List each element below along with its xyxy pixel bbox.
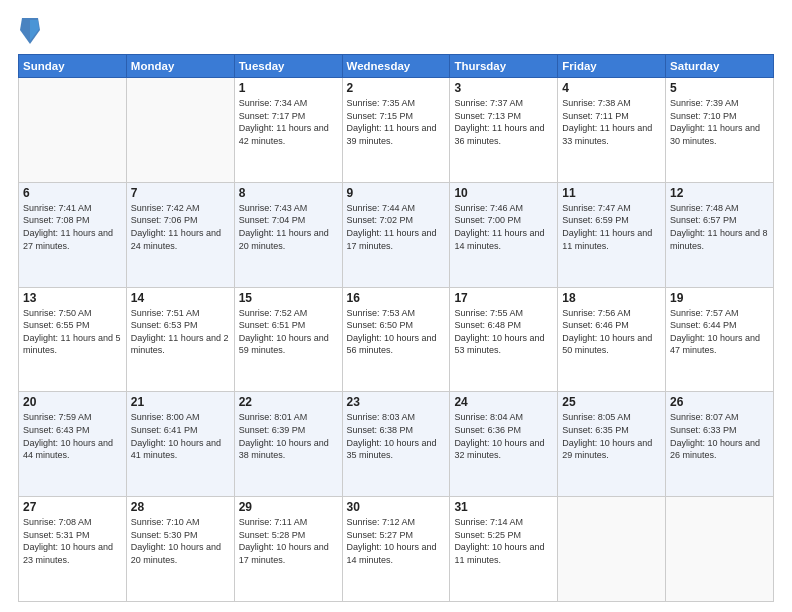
day-detail: Sunrise: 7:42 AM Sunset: 7:06 PM Dayligh… (131, 202, 230, 252)
day-detail: Sunrise: 7:53 AM Sunset: 6:50 PM Dayligh… (347, 307, 446, 357)
day-detail: Sunrise: 7:08 AM Sunset: 5:31 PM Dayligh… (23, 516, 122, 566)
calendar-cell: 28Sunrise: 7:10 AM Sunset: 5:30 PM Dayli… (126, 497, 234, 602)
day-detail: Sunrise: 7:37 AM Sunset: 7:13 PM Dayligh… (454, 97, 553, 147)
day-number: 4 (562, 81, 661, 95)
calendar-cell: 3Sunrise: 7:37 AM Sunset: 7:13 PM Daylig… (450, 78, 558, 183)
calendar-cell: 9Sunrise: 7:44 AM Sunset: 7:02 PM Daylig… (342, 182, 450, 287)
calendar-cell: 4Sunrise: 7:38 AM Sunset: 7:11 PM Daylig… (558, 78, 666, 183)
calendar-week-row: 1Sunrise: 7:34 AM Sunset: 7:17 PM Daylig… (19, 78, 774, 183)
day-detail: Sunrise: 7:50 AM Sunset: 6:55 PM Dayligh… (23, 307, 122, 357)
calendar-cell (666, 497, 774, 602)
day-detail: Sunrise: 8:01 AM Sunset: 6:39 PM Dayligh… (239, 411, 338, 461)
day-number: 3 (454, 81, 553, 95)
calendar-day-header: Monday (126, 55, 234, 78)
day-detail: Sunrise: 7:55 AM Sunset: 6:48 PM Dayligh… (454, 307, 553, 357)
day-detail: Sunrise: 8:00 AM Sunset: 6:41 PM Dayligh… (131, 411, 230, 461)
day-number: 12 (670, 186, 769, 200)
day-number: 23 (347, 395, 446, 409)
day-number: 19 (670, 291, 769, 305)
day-detail: Sunrise: 7:38 AM Sunset: 7:11 PM Dayligh… (562, 97, 661, 147)
day-detail: Sunrise: 7:47 AM Sunset: 6:59 PM Dayligh… (562, 202, 661, 252)
calendar-cell: 6Sunrise: 7:41 AM Sunset: 7:08 PM Daylig… (19, 182, 127, 287)
day-detail: Sunrise: 8:07 AM Sunset: 6:33 PM Dayligh… (670, 411, 769, 461)
calendar-cell: 7Sunrise: 7:42 AM Sunset: 7:06 PM Daylig… (126, 182, 234, 287)
calendar-cell: 8Sunrise: 7:43 AM Sunset: 7:04 PM Daylig… (234, 182, 342, 287)
calendar-cell (19, 78, 127, 183)
calendar-cell: 30Sunrise: 7:12 AM Sunset: 5:27 PM Dayli… (342, 497, 450, 602)
day-detail: Sunrise: 7:44 AM Sunset: 7:02 PM Dayligh… (347, 202, 446, 252)
day-number: 22 (239, 395, 338, 409)
day-detail: Sunrise: 7:43 AM Sunset: 7:04 PM Dayligh… (239, 202, 338, 252)
day-number: 21 (131, 395, 230, 409)
day-detail: Sunrise: 7:51 AM Sunset: 6:53 PM Dayligh… (131, 307, 230, 357)
logo-icon (18, 16, 42, 46)
day-detail: Sunrise: 7:34 AM Sunset: 7:17 PM Dayligh… (239, 97, 338, 147)
calendar-cell: 29Sunrise: 7:11 AM Sunset: 5:28 PM Dayli… (234, 497, 342, 602)
calendar-cell: 31Sunrise: 7:14 AM Sunset: 5:25 PM Dayli… (450, 497, 558, 602)
day-detail: Sunrise: 7:14 AM Sunset: 5:25 PM Dayligh… (454, 516, 553, 566)
day-number: 8 (239, 186, 338, 200)
calendar-cell: 19Sunrise: 7:57 AM Sunset: 6:44 PM Dayli… (666, 287, 774, 392)
calendar-day-header: Sunday (19, 55, 127, 78)
calendar-cell: 17Sunrise: 7:55 AM Sunset: 6:48 PM Dayli… (450, 287, 558, 392)
calendar-cell (558, 497, 666, 602)
calendar-cell: 11Sunrise: 7:47 AM Sunset: 6:59 PM Dayli… (558, 182, 666, 287)
day-detail: Sunrise: 7:46 AM Sunset: 7:00 PM Dayligh… (454, 202, 553, 252)
day-detail: Sunrise: 7:10 AM Sunset: 5:30 PM Dayligh… (131, 516, 230, 566)
day-detail: Sunrise: 7:41 AM Sunset: 7:08 PM Dayligh… (23, 202, 122, 252)
calendar-cell: 26Sunrise: 8:07 AM Sunset: 6:33 PM Dayli… (666, 392, 774, 497)
day-detail: Sunrise: 7:35 AM Sunset: 7:15 PM Dayligh… (347, 97, 446, 147)
calendar-week-row: 27Sunrise: 7:08 AM Sunset: 5:31 PM Dayli… (19, 497, 774, 602)
day-number: 9 (347, 186, 446, 200)
calendar-day-header: Wednesday (342, 55, 450, 78)
calendar-cell: 5Sunrise: 7:39 AM Sunset: 7:10 PM Daylig… (666, 78, 774, 183)
day-detail: Sunrise: 7:39 AM Sunset: 7:10 PM Dayligh… (670, 97, 769, 147)
day-number: 29 (239, 500, 338, 514)
day-number: 15 (239, 291, 338, 305)
calendar-day-header: Thursday (450, 55, 558, 78)
calendar-header-row: SundayMondayTuesdayWednesdayThursdayFrid… (19, 55, 774, 78)
day-detail: Sunrise: 8:03 AM Sunset: 6:38 PM Dayligh… (347, 411, 446, 461)
calendar-cell: 18Sunrise: 7:56 AM Sunset: 6:46 PM Dayli… (558, 287, 666, 392)
day-number: 25 (562, 395, 661, 409)
day-detail: Sunrise: 7:59 AM Sunset: 6:43 PM Dayligh… (23, 411, 122, 461)
day-detail: Sunrise: 8:05 AM Sunset: 6:35 PM Dayligh… (562, 411, 661, 461)
calendar-cell: 23Sunrise: 8:03 AM Sunset: 6:38 PM Dayli… (342, 392, 450, 497)
day-number: 20 (23, 395, 122, 409)
day-detail: Sunrise: 8:04 AM Sunset: 6:36 PM Dayligh… (454, 411, 553, 461)
calendar-cell: 24Sunrise: 8:04 AM Sunset: 6:36 PM Dayli… (450, 392, 558, 497)
day-detail: Sunrise: 7:48 AM Sunset: 6:57 PM Dayligh… (670, 202, 769, 252)
day-number: 13 (23, 291, 122, 305)
calendar-cell: 1Sunrise: 7:34 AM Sunset: 7:17 PM Daylig… (234, 78, 342, 183)
day-number: 11 (562, 186, 661, 200)
calendar-cell: 27Sunrise: 7:08 AM Sunset: 5:31 PM Dayli… (19, 497, 127, 602)
day-detail: Sunrise: 7:12 AM Sunset: 5:27 PM Dayligh… (347, 516, 446, 566)
day-number: 14 (131, 291, 230, 305)
day-number: 30 (347, 500, 446, 514)
day-number: 24 (454, 395, 553, 409)
day-number: 17 (454, 291, 553, 305)
day-number: 1 (239, 81, 338, 95)
calendar-cell: 12Sunrise: 7:48 AM Sunset: 6:57 PM Dayli… (666, 182, 774, 287)
calendar-cell: 14Sunrise: 7:51 AM Sunset: 6:53 PM Dayli… (126, 287, 234, 392)
calendar-table: SundayMondayTuesdayWednesdayThursdayFrid… (18, 54, 774, 602)
day-number: 10 (454, 186, 553, 200)
calendar-week-row: 6Sunrise: 7:41 AM Sunset: 7:08 PM Daylig… (19, 182, 774, 287)
calendar-day-header: Saturday (666, 55, 774, 78)
day-number: 18 (562, 291, 661, 305)
day-number: 26 (670, 395, 769, 409)
day-detail: Sunrise: 7:57 AM Sunset: 6:44 PM Dayligh… (670, 307, 769, 357)
svg-marker-1 (30, 20, 39, 41)
calendar-cell: 13Sunrise: 7:50 AM Sunset: 6:55 PM Dayli… (19, 287, 127, 392)
calendar-cell: 21Sunrise: 8:00 AM Sunset: 6:41 PM Dayli… (126, 392, 234, 497)
calendar-cell: 20Sunrise: 7:59 AM Sunset: 6:43 PM Dayli… (19, 392, 127, 497)
day-detail: Sunrise: 7:11 AM Sunset: 5:28 PM Dayligh… (239, 516, 338, 566)
calendar-cell (126, 78, 234, 183)
calendar-cell: 2Sunrise: 7:35 AM Sunset: 7:15 PM Daylig… (342, 78, 450, 183)
calendar-day-header: Tuesday (234, 55, 342, 78)
day-number: 5 (670, 81, 769, 95)
calendar-day-header: Friday (558, 55, 666, 78)
day-number: 27 (23, 500, 122, 514)
day-detail: Sunrise: 7:52 AM Sunset: 6:51 PM Dayligh… (239, 307, 338, 357)
day-detail: Sunrise: 7:56 AM Sunset: 6:46 PM Dayligh… (562, 307, 661, 357)
